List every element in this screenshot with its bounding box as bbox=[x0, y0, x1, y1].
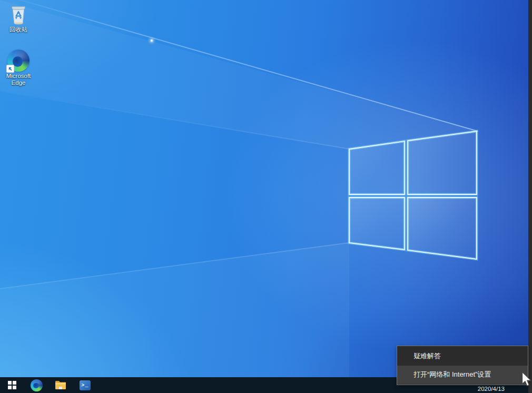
menu-item-open-network-internet-settings[interactable]: 打开“网络和 Internet”设置 bbox=[397, 366, 528, 385]
windows-start-icon bbox=[8, 381, 16, 389]
desktop-wallpaper bbox=[0, 0, 532, 393]
desktop-icon-microsoft-edge[interactable]: Microsoft Edge bbox=[0, 50, 37, 86]
desktop-icon-recycle-bin[interactable]: 回收站 bbox=[0, 3, 37, 33]
taskbar-clock-date[interactable]: 2020/4/13 bbox=[478, 386, 505, 392]
taskbar-powershell-button[interactable]: >_ bbox=[73, 377, 97, 393]
windows-desktop: 回收站 Microsoft Edge bbox=[0, 0, 532, 393]
start-button[interactable] bbox=[0, 377, 24, 393]
wallpaper-star-glint bbox=[151, 40, 153, 42]
edge-icon bbox=[7, 50, 29, 72]
menu-item-troubleshoot[interactable]: 疑难解答 bbox=[397, 347, 528, 366]
taskbar-edge-button[interactable] bbox=[24, 377, 48, 393]
powershell-icon: >_ bbox=[80, 380, 91, 390]
screen-edge-strip bbox=[528, 0, 532, 393]
recycle-bin-icon bbox=[8, 3, 29, 25]
file-explorer-icon bbox=[55, 380, 66, 390]
edge-taskbar-icon bbox=[31, 379, 43, 391]
microsoft-edge-label: Microsoft Edge bbox=[0, 73, 37, 86]
shortcut-arrow-icon bbox=[6, 65, 14, 73]
recycle-bin-label: 回收站 bbox=[9, 26, 28, 33]
network-tray-context-menu: 疑难解答 打开“网络和 Internet”设置 bbox=[397, 346, 528, 385]
taskbar-file-explorer-button[interactable] bbox=[48, 377, 73, 393]
